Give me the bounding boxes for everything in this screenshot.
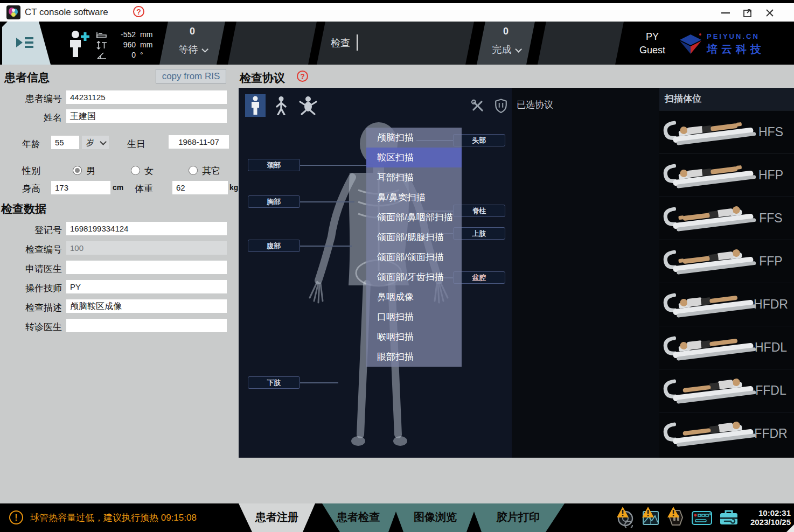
toolbox-icon-button[interactable] (718, 507, 740, 529)
tools-icon (470, 99, 485, 114)
position-label: FFS (750, 211, 792, 226)
table-lateral-readout: -552 mm (96, 30, 166, 40)
toolbar: -552 mm 960 mm 0 ° 0 等 (0, 22, 794, 65)
add-patient-button[interactable] (65, 29, 93, 59)
protocol-menu-item[interactable]: 颌面部/鼻咽部扫描 (366, 207, 462, 227)
tilt-angle-icon (96, 52, 108, 60)
tab-film-print[interactable]: 胶片打印 (486, 503, 551, 532)
warning-triangle-icon (667, 506, 680, 518)
protocol-menu-item[interactable]: 眼部扫描 (366, 347, 462, 367)
close-button[interactable] (763, 8, 777, 18)
patient-type-baby[interactable] (296, 94, 321, 117)
position-ffdl[interactable]: FFDL (659, 369, 794, 412)
app-title: CT console software (25, 7, 108, 18)
age-unit-select[interactable]: 岁 (82, 136, 109, 149)
gender-other-radio[interactable] (189, 166, 198, 175)
tab-image-browse[interactable]: 图像浏览 (403, 503, 468, 532)
tab-patient-exam[interactable]: 患者检查 (326, 503, 391, 532)
protocol-help-icon[interactable]: ? (297, 71, 308, 82)
weight-input[interactable]: 62 (172, 181, 228, 194)
copy-from-ris-button[interactable]: copy from RIS (156, 69, 226, 83)
waiting-dropdown[interactable]: 0 等待 (159, 22, 225, 65)
protocol-menu-item[interactable]: 耳部扫描 (366, 167, 462, 187)
position-hfp[interactable]: HFP (659, 153, 794, 197)
birthday-input[interactable]: 1968-11-07 (169, 135, 229, 149)
position-label: FFDL (750, 383, 792, 398)
injector-status-warning-icon[interactable] (666, 507, 687, 529)
selected-protocols-area (512, 88, 659, 458)
couch-image (659, 326, 762, 367)
position-ffp[interactable]: FFP (659, 240, 794, 283)
operator-input[interactable]: PY (66, 280, 227, 293)
referring-physician-label: 转诊医生 (5, 321, 62, 333)
position-label: HFDL (750, 340, 792, 355)
patient-type-adult-selected[interactable] (245, 94, 266, 117)
position-label: HFDR (750, 297, 792, 312)
region-button-lower-limb[interactable]: 下肢 (248, 376, 300, 389)
clock-time: 10:02:31 (743, 508, 791, 517)
resize-grip[interactable] (786, 524, 794, 532)
patient-id-input[interactable]: 44231125 (66, 90, 227, 104)
user-info[interactable]: PY Guest (635, 30, 670, 57)
tab-patient-registration[interactable]: 患者注册 (239, 503, 315, 532)
accession-label: 登记号 (5, 224, 62, 236)
protocol-menu-item[interactable]: 鼻咽成像 (366, 287, 462, 307)
tube-warning-message: 球管热容量过低，建议执行预热 09:15:08 (30, 512, 197, 524)
gantry-tilt-readout: 0 ° (96, 51, 166, 61)
exam-description-input[interactable]: 颅脑鞍区成像 (66, 299, 227, 313)
position-hfdl[interactable]: HFDL (659, 326, 794, 369)
position-ffdr[interactable]: FFDR (659, 412, 794, 455)
accession-input[interactable]: 1698199334124 (66, 222, 227, 235)
patient-name-input[interactable]: 王建国 (66, 109, 227, 123)
referring-physician-input[interactable] (66, 319, 227, 332)
protocol-menu-item[interactable]: 鼻/鼻窦扫描 (366, 187, 462, 207)
protocol-menu-item[interactable]: 颅脑扫描 (366, 128, 462, 148)
position-hfs[interactable]: HFS (659, 110, 794, 153)
queue-tab[interactable] (2, 22, 51, 65)
position-label: FFP (750, 254, 792, 269)
brand-line1: PEIYUN.CN (707, 32, 760, 40)
brand-line2: 培云科技 (707, 42, 765, 57)
region-button-neck[interactable]: 颈部 (248, 159, 300, 171)
age-input[interactable]: 55 (51, 136, 79, 149)
tilt-value: 0 (111, 51, 136, 59)
image-status-warning-icon[interactable] (640, 507, 662, 529)
position-hfdr[interactable]: HFDR (659, 283, 794, 326)
height-input[interactable]: 173 (51, 181, 110, 194)
table-height-icon (96, 41, 108, 50)
position-ffs[interactable]: FFS (659, 197, 794, 240)
minimize-button[interactable] (719, 8, 733, 18)
table-lateral-value: -552 (111, 30, 136, 39)
warning-triangle-icon (642, 506, 654, 518)
restore-button[interactable] (741, 8, 755, 18)
baby-icon (297, 95, 319, 116)
connector-line-chest (300, 201, 354, 202)
control-box-icon-button[interactable] (691, 507, 713, 529)
protocol-menu-item[interactable]: 颌面部/牙齿扫描 (366, 267, 462, 287)
requesting-physician-input[interactable] (66, 261, 227, 274)
patient-info-title: 患者信息 (4, 70, 50, 85)
tube-status-warning-icon[interactable] (615, 507, 637, 529)
gender-female-radio[interactable] (131, 166, 140, 175)
protocol-menu-item[interactable]: 颌面部/腮腺扫描 (366, 227, 462, 247)
region-button-abdomen[interactable]: 腹部 (248, 240, 300, 252)
protocol-tools-button[interactable] (470, 99, 485, 116)
protocol-shield-button[interactable] (494, 98, 508, 116)
protocol-menu-item[interactable]: 喉咽扫描 (366, 327, 462, 347)
region-button-chest[interactable]: 胸部 (248, 195, 300, 208)
exam-search[interactable]: 检查 (317, 22, 474, 65)
protocol-menu-item[interactable]: 口咽扫描 (366, 307, 462, 327)
title-help-icon[interactable]: ? (133, 6, 144, 17)
gender-male-radio[interactable] (73, 166, 82, 175)
brand-logo: PEIYUN.CN 培云科技 (677, 28, 790, 59)
protocol-menu-item[interactable]: 颌面部/颌面扫描 (366, 247, 462, 267)
keypad-icon (691, 507, 713, 528)
complete-dropdown[interactable]: 0 完成 (477, 22, 535, 65)
patient-type-child[interactable] (271, 94, 291, 117)
add-patient-icon (65, 29, 93, 59)
position-label: FFDR (750, 426, 792, 441)
protocol-menu-item-selected[interactable]: 鞍区扫描 (366, 148, 462, 167)
scan-positions-title: 扫描体位 (659, 88, 794, 110)
table-lateral-unit: mm (140, 30, 156, 39)
exam-no-label: 检查编号 (5, 243, 62, 256)
